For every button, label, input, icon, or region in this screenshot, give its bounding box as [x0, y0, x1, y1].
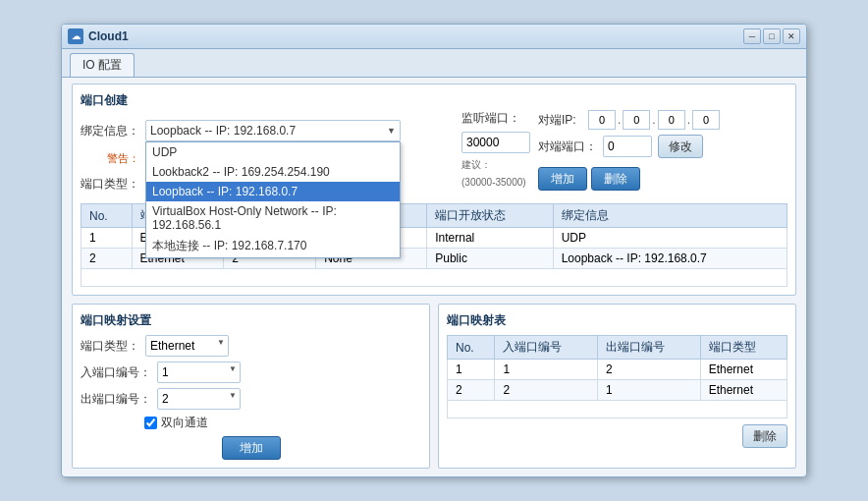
dropdown-item-loopback[interactable]: Loopback -- IP: 192.168.0.7 — [146, 182, 400, 201]
delete-mapping-btn-container: 删除 — [447, 424, 787, 448]
col-bind-info: 绑定信息 — [553, 204, 787, 228]
col-status: 端口开放状态 — [427, 204, 553, 228]
peer-port-row: 对端端口： 修改 — [538, 135, 720, 158]
bidirectional-row: 双向通道 — [144, 415, 421, 431]
table-row-empty — [81, 269, 787, 287]
close-button[interactable]: ✕ — [783, 28, 800, 44]
map-col-no: No. — [448, 336, 495, 360]
map-port-type-select-wrapper: Ethernet UDP — [145, 335, 229, 357]
out-port-select[interactable]: 1 2 3 — [157, 388, 241, 410]
map-col-out: 出端口编号 — [598, 336, 701, 360]
map-port-type-select[interactable]: Ethernet UDP — [145, 335, 229, 357]
mapping-table: No. 入端口编号 出端口编号 端口类型 1 1 2 Ethernet — [447, 335, 787, 418]
peer-port-input[interactable] — [603, 136, 652, 157]
title-controls: ─ □ ✕ — [743, 28, 800, 44]
map-col-type: 端口类型 — [700, 336, 787, 360]
peer-ip-2[interactable] — [623, 110, 650, 130]
bidirectional-checkbox[interactable] — [144, 417, 157, 429]
map-port-type-label: 端口类型： — [81, 338, 139, 355]
port-mapping-settings: 端口映射设置 端口类型： Ethernet UDP 入端口编号： 1 — [72, 304, 430, 469]
monitor-port-label: 监听端口： — [461, 110, 530, 127]
add-mapping-btn-container: 增加 — [81, 436, 421, 460]
bind-dropdown-list: UDP Lookback2 -- IP: 169.254.254.190 Loo… — [145, 141, 401, 258]
bind-select-arrow: ▼ — [387, 126, 396, 136]
out-port-row: 出端口编号： 1 2 3 — [81, 388, 421, 410]
bind-select-value: Loopback -- IP: 192.168.0.7 — [150, 124, 387, 138]
map-col-in: 入端口编号 — [495, 336, 598, 360]
peer-section: 对端IP: . . . 对端端口： — [538, 92, 720, 191]
monitor-port-input[interactable] — [461, 132, 530, 153]
port-type-label: 端口类型： — [81, 176, 139, 193]
dropdown-item-udp[interactable]: UDP — [146, 142, 400, 162]
main-content: 端口创建 绑定信息： Loopback -- IP: 192.168.0.7 ▼… — [62, 78, 806, 476]
map-table-row[interactable]: 2 2 1 Ethernet — [448, 380, 787, 401]
bind-info-row: 绑定信息： Loopback -- IP: 192.168.0.7 ▼ UDP … — [81, 120, 454, 141]
in-port-select-wrapper: 1 2 3 — [157, 362, 241, 383]
in-port-label: 入端口编号： — [81, 364, 151, 381]
bidirectional-label: 双向通道 — [144, 415, 208, 431]
main-window: ☁ Cloud1 ─ □ ✕ IO 配置 端口创建 绑定信息： — [61, 24, 807, 477]
map-table-row-empty — [448, 401, 787, 418]
peer-ip-3[interactable] — [658, 110, 685, 130]
cell-bind-info: UDP — [553, 228, 787, 249]
suggestion-label: 建议： — [461, 158, 530, 172]
maximize-button[interactable]: □ — [763, 28, 781, 44]
warning-label: 警告： — [81, 151, 139, 166]
map-port-type-row: 端口类型： Ethernet UDP — [81, 335, 421, 357]
peer-ip-row: 对端IP: . . . — [538, 110, 720, 130]
bind-label: 绑定信息： — [81, 123, 139, 139]
delete-port-button[interactable]: 删除 — [591, 167, 640, 191]
bind-dropdown-container: Loopback -- IP: 192.168.0.7 ▼ UDP Lookba… — [145, 120, 401, 141]
suggestion-text: (30000-35000) — [461, 177, 530, 188]
delete-mapping-button[interactable]: 删除 — [742, 424, 787, 448]
in-port-row: 入端口编号： 1 2 3 — [81, 362, 421, 383]
port-mapping-table: 端口映射表 No. 入端口编号 出端口编号 端口类型 1 1 — [438, 304, 796, 469]
in-port-select[interactable]: 1 2 3 — [157, 362, 241, 383]
modify-button[interactable]: 修改 — [658, 135, 703, 158]
peer-ip-inputs: . . . — [588, 110, 720, 130]
cell-no: 2 — [81, 249, 133, 269]
bidirectional-text: 双向通道 — [161, 415, 208, 431]
tab-bar: IO 配置 — [62, 49, 806, 78]
port-create-section: 端口创建 绑定信息： Loopback -- IP: 192.168.0.7 ▼… — [72, 84, 796, 296]
cell-no: 1 — [81, 228, 133, 249]
peer-port-label: 对端端口： — [538, 139, 597, 155]
add-port-button[interactable]: 增加 — [538, 167, 587, 191]
peer-ip-label: 对端IP: — [538, 112, 582, 129]
dropdown-item-vbox[interactable]: VirtualBox Host-Only Network -- IP: 192.… — [146, 201, 400, 235]
dropdown-item-local[interactable]: 本地连接 -- IP: 192.168.7.170 — [146, 235, 400, 257]
col-no: No. — [81, 204, 133, 228]
app-icon: ☁ — [68, 28, 83, 44]
port-create-title: 端口创建 — [81, 92, 454, 109]
cell-bind-info: Loopback -- IP: 192.168.0.7 — [553, 249, 787, 269]
minimize-button[interactable]: ─ — [743, 28, 761, 44]
out-port-label: 出端口编号： — [81, 391, 151, 408]
window-title: Cloud1 — [88, 29, 129, 43]
out-port-select-wrapper: 1 2 3 — [157, 388, 241, 410]
tab-io-config[interactable]: IO 配置 — [70, 53, 135, 77]
cell-status: Internal — [427, 228, 553, 249]
monitor-section: 监听端口： 建议： (30000-35000) — [461, 92, 530, 188]
title-bar: ☁ Cloud1 ─ □ ✕ — [62, 25, 806, 49]
peer-ip-1[interactable] — [588, 110, 616, 130]
port-mapping-settings-title: 端口映射设置 — [81, 312, 421, 329]
peer-ip-4[interactable] — [692, 110, 720, 130]
add-mapping-button[interactable]: 增加 — [222, 436, 281, 460]
bind-select[interactable]: Loopback -- IP: 192.168.0.7 ▼ — [145, 120, 401, 141]
port-mapping-table-title: 端口映射表 — [447, 312, 787, 329]
title-bar-left: ☁ Cloud1 — [68, 28, 129, 44]
add-delete-btns: 增加 删除 — [538, 167, 720, 191]
cell-status: Public — [427, 249, 553, 269]
map-table-row[interactable]: 1 1 2 Ethernet — [448, 360, 787, 380]
dropdown-item-lookback2[interactable]: Lookback2 -- IP: 169.254.254.190 — [146, 162, 400, 182]
bottom-row: 端口映射设置 端口类型： Ethernet UDP 入端口编号： 1 — [72, 304, 796, 469]
